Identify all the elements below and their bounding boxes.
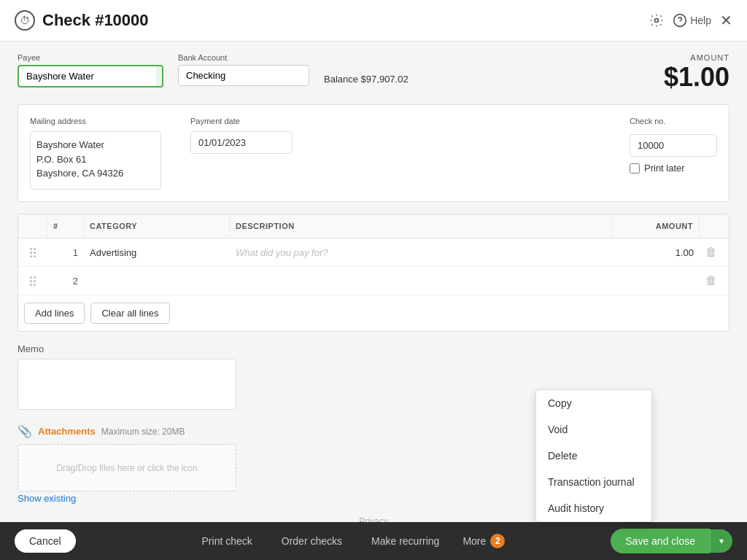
amount-value: $1.00 [664, 62, 729, 93]
payment-date-block: Payment date [190, 117, 293, 190]
th-drag [18, 214, 47, 238]
amount-box: AMOUNT $1.00 [664, 53, 729, 93]
more-badge: 2 [490, 534, 505, 548]
make-recurring-button[interactable]: Make recurring [357, 529, 454, 553]
payee-group: Payee ▾ [18, 53, 163, 88]
balance-text: Balance $97,907.02 [324, 68, 409, 85]
print-later-label[interactable]: Print later [630, 163, 717, 174]
mailing-address-text: Bayshore Water P.O. Box 61 Bayshore, CA … [30, 131, 161, 190]
delete-row-2-button[interactable]: 🗑 [705, 274, 717, 287]
balance-value: $97,907.02 [361, 74, 409, 85]
bank-select[interactable]: ▾ [178, 65, 309, 86]
header-right: Help ✕ [649, 12, 732, 29]
check-no-section: Check no. Print later [630, 117, 717, 190]
delete-row-1-button[interactable]: 🗑 [705, 246, 717, 259]
menu-item-copy[interactable]: Copy [536, 390, 651, 416]
description-1[interactable]: What did you pay for? [230, 240, 612, 265]
memo-textarea[interactable] [18, 359, 236, 410]
header-left: ⏱ Check #10000 [15, 10, 149, 31]
amount-label: AMOUNT [664, 53, 729, 62]
bank-account-label: Bank Account [178, 53, 309, 62]
mailing-address-label: Mailing address [30, 117, 161, 125]
header: ⏱ Check #10000 Help ✕ [0, 0, 747, 42]
footer-actions: Print check Order checks Make recurring … [90, 528, 611, 554]
mailing-address-block: Mailing address Bayshore Water P.O. Box … [30, 117, 161, 190]
form-top: Payee ▾ Bank Account ▾ Balance $97,907.0… [18, 53, 729, 93]
menu-item-void[interactable]: Void [536, 416, 651, 443]
footer: Cancel Print check Order checks Make rec… [0, 522, 747, 560]
more-label: More [462, 535, 486, 547]
check-no-input[interactable] [630, 134, 717, 157]
table-section: # CATEGORY DESCRIPTION AMOUNT 1 Advertis… [18, 214, 729, 332]
order-checks-button[interactable]: Order checks [267, 529, 357, 553]
th-amount: AMOUNT [612, 214, 700, 238]
th-delete [700, 214, 729, 238]
memo-label: Memo [18, 343, 729, 354]
bank-account-group: Bank Account ▾ [178, 53, 309, 86]
balance-group: Balance $97,907.02 [324, 53, 409, 85]
payee-label: Payee [18, 53, 163, 62]
more-dropdown-menu: Copy Void Delete Transaction journal Aud… [535, 389, 652, 522]
page-title: Check #10000 [42, 11, 149, 30]
modal-container: ⏱ Check #10000 Help ✕ Payee [0, 0, 747, 560]
save-close-group: Save and close ▾ [611, 529, 732, 553]
clear-all-lines-button[interactable]: Clear all lines [90, 303, 169, 324]
attachments-max-size: Maximum size: 20MB [101, 427, 185, 437]
check-no-label: Check no. [630, 117, 717, 125]
menu-item-audit-history[interactable]: Audit history [536, 495, 651, 521]
help-circle-icon [673, 13, 687, 28]
th-description: DESCRIPTION [230, 214, 612, 238]
table-row: 2 🗑 [18, 267, 729, 295]
delete-cell-1: 🗑 [700, 238, 729, 266]
payment-date-input[interactable] [190, 131, 293, 154]
clock-icon: ⏱ [15, 10, 35, 31]
amount-1[interactable]: 1.00 [612, 240, 700, 265]
payee-dropdown-arrow[interactable]: ▾ [156, 66, 163, 86]
save-close-dropdown-button[interactable]: ▾ [710, 529, 732, 553]
drop-zone[interactable]: Drag/Drop files here or click the icon [18, 444, 236, 491]
drag-handle-2[interactable] [18, 269, 47, 293]
table-header: # CATEGORY DESCRIPTION AMOUNT [18, 214, 729, 238]
table-actions: Add lines Clear all lines [18, 295, 729, 331]
save-close-button[interactable]: Save and close [611, 529, 710, 553]
settings-button[interactable] [649, 13, 664, 28]
amount-2[interactable] [612, 273, 700, 288]
bank-account-input[interactable] [179, 66, 309, 85]
th-category: CATEGORY [84, 214, 230, 238]
show-existing-link[interactable]: Show existing [18, 493, 76, 504]
svg-point-0 [655, 19, 659, 23]
address-section: Mailing address Bayshore Water P.O. Box … [18, 104, 729, 202]
help-label: Help [690, 15, 711, 26]
row-num-2: 2 [47, 268, 84, 294]
paperclip-icon: 📎 [18, 424, 32, 438]
attachments-title: Attachments [38, 426, 96, 437]
category-1[interactable]: Advertising [84, 240, 230, 265]
payee-input[interactable] [19, 66, 156, 86]
menu-item-delete[interactable]: Delete [536, 443, 651, 469]
menu-item-transaction-journal[interactable]: Transaction journal [536, 469, 651, 495]
delete-cell-2: 🗑 [700, 267, 729, 295]
table-row: 1 Advertising What did you pay for? 1.00… [18, 238, 729, 267]
add-lines-button[interactable]: Add lines [24, 303, 85, 324]
description-2[interactable] [230, 273, 612, 288]
gear-icon [649, 13, 664, 28]
row-num-1: 1 [47, 240, 84, 265]
payee-select[interactable]: ▾ [18, 65, 163, 88]
drag-handle-1[interactable] [18, 241, 47, 265]
drop-zone-text: Drag/Drop files here or click the icon [56, 463, 197, 473]
more-button[interactable]: More 2 [454, 528, 514, 554]
cancel-button[interactable]: Cancel [15, 529, 76, 553]
payment-date-label: Payment date [190, 117, 293, 125]
print-later-checkbox[interactable] [630, 163, 640, 174]
close-button[interactable]: ✕ [720, 12, 732, 29]
th-num: # [47, 214, 84, 238]
print-check-button[interactable]: Print check [187, 529, 267, 553]
category-2[interactable] [84, 273, 230, 288]
help-button[interactable]: Help [673, 13, 711, 28]
